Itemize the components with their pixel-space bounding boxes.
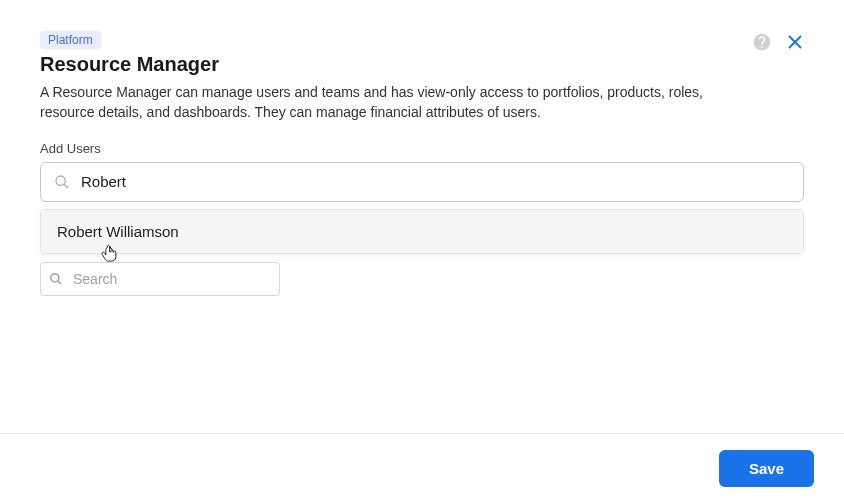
help-icon[interactable] (752, 32, 772, 52)
add-users-search-wrapper: Robert Williamson (40, 162, 804, 202)
add-users-search-input[interactable] (40, 162, 804, 202)
secondary-search-wrapper (40, 262, 280, 296)
platform-badge: Platform (40, 31, 101, 49)
page-title: Resource Manager (40, 53, 752, 76)
user-suggestion-dropdown: Robert Williamson (40, 209, 804, 254)
svg-line-5 (58, 281, 61, 284)
secondary-search-input[interactable] (40, 262, 280, 296)
svg-point-4 (51, 273, 59, 281)
svg-line-3 (64, 184, 68, 188)
role-description: A Resource Manager can manage users and … (40, 82, 760, 123)
search-icon (54, 174, 70, 190)
dialog-footer: Save (0, 433, 844, 503)
svg-point-2 (56, 176, 65, 185)
add-users-label: Add Users (40, 141, 804, 156)
save-button[interactable]: Save (719, 450, 814, 487)
close-icon[interactable] (786, 33, 804, 51)
user-suggestion-item[interactable]: Robert Williamson (41, 210, 803, 253)
search-icon (49, 272, 63, 286)
